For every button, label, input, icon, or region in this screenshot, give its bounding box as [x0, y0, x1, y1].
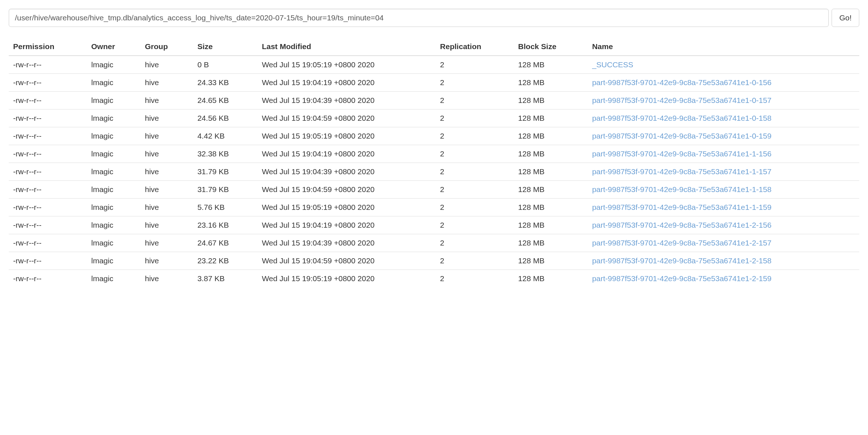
cell-replication: 2 [436, 92, 514, 109]
cell-size: 5.76 KB [193, 199, 257, 216]
cell-name: part-9987f53f-9701-42e9-9c8a-75e53a6741e… [588, 145, 859, 163]
cell-permission: -rw-r--r-- [9, 92, 87, 109]
file-link[interactable]: part-9987f53f-9701-42e9-9c8a-75e53a6741e… [592, 114, 772, 122]
cell-group: hive [141, 234, 193, 252]
cell-permission: -rw-r--r-- [9, 252, 87, 270]
cell-owner: lmagic [87, 234, 141, 252]
cell-replication: 2 [436, 109, 514, 127]
file-link[interactable]: part-9987f53f-9701-42e9-9c8a-75e53a6741e… [592, 221, 772, 229]
cell-name: part-9987f53f-9701-42e9-9c8a-75e53a6741e… [588, 74, 859, 92]
cell-size: 24.67 KB [193, 234, 257, 252]
cell-owner: lmagic [87, 74, 141, 92]
table-header-row: Permission Owner Group Size Last Modifie… [9, 38, 859, 56]
table-row: -rw-r--r--lmagichive24.67 KBWed Jul 15 1… [9, 234, 859, 252]
table-row: -rw-r--r--lmagichive4.42 KBWed Jul 15 19… [9, 127, 859, 145]
cell-group: hive [141, 199, 193, 216]
col-replication[interactable]: Replication [436, 38, 514, 56]
path-input[interactable] [9, 9, 829, 27]
cell-block-size: 128 MB [514, 199, 588, 216]
cell-name: part-9987f53f-9701-42e9-9c8a-75e53a6741e… [588, 109, 859, 127]
cell-size: 31.79 KB [193, 163, 257, 181]
cell-replication: 2 [436, 181, 514, 199]
cell-group: hive [141, 163, 193, 181]
cell-block-size: 128 MB [514, 92, 588, 109]
cell-owner: lmagic [87, 199, 141, 216]
col-name[interactable]: Name [588, 38, 859, 56]
cell-name: part-9987f53f-9701-42e9-9c8a-75e53a6741e… [588, 216, 859, 234]
cell-permission: -rw-r--r-- [9, 181, 87, 199]
file-link[interactable]: part-9987f53f-9701-42e9-9c8a-75e53a6741e… [592, 256, 772, 265]
cell-group: hive [141, 127, 193, 145]
file-link[interactable]: part-9987f53f-9701-42e9-9c8a-75e53a6741e… [592, 132, 772, 140]
cell-last-modified: Wed Jul 15 19:05:19 +0800 2020 [257, 127, 435, 145]
file-link[interactable]: part-9987f53f-9701-42e9-9c8a-75e53a6741e… [592, 185, 772, 193]
cell-replication: 2 [436, 199, 514, 216]
cell-owner: lmagic [87, 252, 141, 270]
cell-replication: 2 [436, 127, 514, 145]
cell-block-size: 128 MB [514, 163, 588, 181]
table-row: -rw-r--r--lmagichive0 BWed Jul 15 19:05:… [9, 56, 859, 74]
col-owner[interactable]: Owner [87, 38, 141, 56]
file-link[interactable]: part-9987f53f-9701-42e9-9c8a-75e53a6741e… [592, 203, 772, 211]
cell-size: 4.42 KB [193, 127, 257, 145]
cell-owner: lmagic [87, 127, 141, 145]
cell-permission: -rw-r--r-- [9, 109, 87, 127]
table-row: -rw-r--r--lmagichive31.79 KBWed Jul 15 1… [9, 181, 859, 199]
cell-name: part-9987f53f-9701-42e9-9c8a-75e53a6741e… [588, 199, 859, 216]
cell-permission: -rw-r--r-- [9, 199, 87, 216]
cell-permission: -rw-r--r-- [9, 234, 87, 252]
cell-block-size: 128 MB [514, 252, 588, 270]
cell-replication: 2 [436, 234, 514, 252]
go-button[interactable]: Go! [832, 9, 859, 27]
file-link[interactable]: part-9987f53f-9701-42e9-9c8a-75e53a6741e… [592, 274, 772, 283]
table-row: -rw-r--r--lmagichive3.87 KBWed Jul 15 19… [9, 270, 859, 288]
col-last-modified[interactable]: Last Modified [257, 38, 435, 56]
cell-owner: lmagic [87, 145, 141, 163]
file-link[interactable]: part-9987f53f-9701-42e9-9c8a-75e53a6741e… [592, 149, 772, 158]
file-link[interactable]: part-9987f53f-9701-42e9-9c8a-75e53a6741e… [592, 78, 772, 87]
table-row: -rw-r--r--lmagichive24.56 KBWed Jul 15 1… [9, 109, 859, 127]
cell-group: hive [141, 252, 193, 270]
cell-size: 0 B [193, 56, 257, 74]
cell-permission: -rw-r--r-- [9, 74, 87, 92]
cell-last-modified: Wed Jul 15 19:05:19 +0800 2020 [257, 270, 435, 288]
cell-group: hive [141, 56, 193, 74]
cell-permission: -rw-r--r-- [9, 127, 87, 145]
cell-last-modified: Wed Jul 15 19:04:19 +0800 2020 [257, 74, 435, 92]
cell-size: 24.65 KB [193, 92, 257, 109]
cell-block-size: 128 MB [514, 216, 588, 234]
file-link[interactable]: _SUCCESS [592, 60, 633, 69]
file-link[interactable]: part-9987f53f-9701-42e9-9c8a-75e53a6741e… [592, 167, 772, 176]
cell-owner: lmagic [87, 92, 141, 109]
cell-permission: -rw-r--r-- [9, 56, 87, 74]
cell-name: part-9987f53f-9701-42e9-9c8a-75e53a6741e… [588, 92, 859, 109]
cell-block-size: 128 MB [514, 74, 588, 92]
cell-last-modified: Wed Jul 15 19:04:39 +0800 2020 [257, 92, 435, 109]
col-block-size[interactable]: Block Size [514, 38, 588, 56]
cell-permission: -rw-r--r-- [9, 216, 87, 234]
cell-group: hive [141, 216, 193, 234]
cell-block-size: 128 MB [514, 270, 588, 288]
col-group[interactable]: Group [141, 38, 193, 56]
cell-block-size: 128 MB [514, 109, 588, 127]
cell-size: 23.16 KB [193, 216, 257, 234]
cell-replication: 2 [436, 216, 514, 234]
cell-block-size: 128 MB [514, 56, 588, 74]
cell-size: 23.22 KB [193, 252, 257, 270]
table-row: -rw-r--r--lmagichive31.79 KBWed Jul 15 1… [9, 163, 859, 181]
cell-last-modified: Wed Jul 15 19:04:59 +0800 2020 [257, 181, 435, 199]
cell-block-size: 128 MB [514, 127, 588, 145]
cell-replication: 2 [436, 252, 514, 270]
file-link[interactable]: part-9987f53f-9701-42e9-9c8a-75e53a6741e… [592, 96, 772, 104]
cell-name: part-9987f53f-9701-42e9-9c8a-75e53a6741e… [588, 252, 859, 270]
cell-owner: lmagic [87, 216, 141, 234]
cell-group: hive [141, 181, 193, 199]
col-permission[interactable]: Permission [9, 38, 87, 56]
cell-size: 24.33 KB [193, 74, 257, 92]
cell-replication: 2 [436, 163, 514, 181]
cell-size: 3.87 KB [193, 270, 257, 288]
table-row: -rw-r--r--lmagichive23.16 KBWed Jul 15 1… [9, 216, 859, 234]
cell-name: part-9987f53f-9701-42e9-9c8a-75e53a6741e… [588, 163, 859, 181]
col-size[interactable]: Size [193, 38, 257, 56]
file-link[interactable]: part-9987f53f-9701-42e9-9c8a-75e53a6741e… [592, 239, 772, 247]
